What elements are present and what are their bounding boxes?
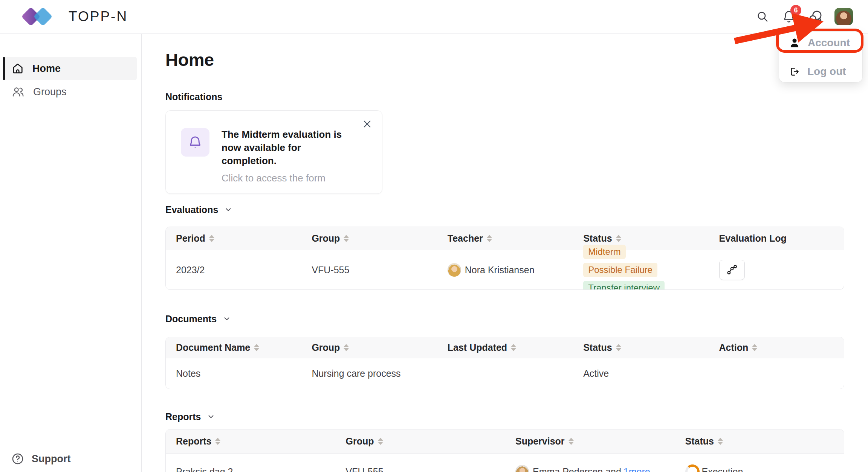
search-button[interactable] — [755, 9, 770, 24]
sort-icon — [752, 344, 757, 351]
notifications-button[interactable]: 6 — [782, 9, 796, 24]
sidebar-item-groups[interactable]: Groups — [5, 80, 137, 104]
supervisor-more-link[interactable]: 1more — [623, 466, 650, 472]
menu-item-logout[interactable]: Log out — [779, 62, 862, 81]
sort-icon — [209, 235, 214, 242]
sort-icon — [215, 438, 220, 445]
documents-heading-label: Documents — [165, 313, 217, 325]
evaluations-table: Period Group Teacher Status Evaluation L… — [165, 227, 844, 290]
notification-title: The Midterm evaluation is now available … — [222, 128, 357, 167]
group-cell: VFU-555 — [301, 265, 437, 276]
user-menu: Account Log out — [779, 32, 862, 82]
report-name-cell: Praksis dag 2 — [166, 466, 336, 472]
group-cell: Nursing care process — [301, 368, 437, 379]
period-cell: 2023/2 — [166, 265, 301, 276]
column-header-group[interactable]: Group — [336, 436, 506, 447]
support-chat-button[interactable] — [808, 9, 822, 24]
evaluations-collapse-button[interactable] — [224, 206, 232, 214]
column-header-status[interactable]: Status — [675, 436, 845, 447]
table-row: Praksis dag 2 VFU-555 Emma Pedersen and … — [166, 454, 844, 472]
notification-subtitle: Click to access the form — [222, 172, 357, 184]
topbar-actions: 6 — [755, 8, 853, 25]
menu-item-account[interactable]: Account — [779, 33, 862, 53]
groups-icon — [11, 85, 25, 98]
sort-icon — [487, 235, 492, 242]
column-header-action[interactable]: Action — [709, 342, 844, 353]
logout-icon — [789, 66, 800, 77]
teacher-name: Nora Kristiansen — [465, 265, 535, 276]
notification-icon-box — [181, 128, 209, 157]
evaluations-table-header: Period Group Teacher Status Evaluation L… — [166, 227, 844, 250]
sort-icon — [718, 438, 723, 445]
column-header-document-name[interactable]: Document Name — [166, 342, 301, 353]
sidebar-item-support[interactable]: Support — [11, 452, 70, 465]
document-name-cell: Notes — [166, 368, 301, 379]
page-title: Home — [165, 49, 868, 70]
topbar: TOPP-N 6 — [0, 0, 868, 33]
teacher-cell: Nora Kristiansen — [437, 263, 573, 277]
sort-icon — [568, 438, 574, 445]
notification-text: The Midterm evaluation is now available … — [222, 128, 357, 193]
column-header-reports[interactable]: Reports — [166, 436, 336, 447]
evaluations-heading: Evaluations — [165, 204, 868, 216]
evaluations-heading-label: Evaluations — [165, 204, 218, 216]
user-avatar[interactable] — [834, 8, 853, 25]
sort-icon — [254, 344, 259, 351]
support-label: Support — [32, 453, 70, 465]
reports-collapse-button[interactable] — [207, 413, 215, 421]
column-header-last-updated[interactable]: Last Updated — [437, 342, 573, 353]
sort-icon — [511, 344, 516, 351]
brand-name: TOPP-N — [69, 9, 128, 24]
sort-icon — [378, 438, 383, 445]
supervisor-name: Emma Pedersen and — [533, 466, 621, 472]
notifications-heading: Notifications — [165, 91, 868, 103]
status-badge: Possible Failure — [583, 263, 657, 277]
evaluation-log-button[interactable] — [719, 260, 745, 280]
menu-item-label: Account — [808, 37, 850, 49]
notification-card[interactable]: The Midterm evaluation is now available … — [165, 110, 382, 194]
column-header-group[interactable]: Group — [301, 233, 437, 244]
main-content: Home Notifications The Midterm evaluatio… — [142, 34, 868, 472]
status-cell: Midterm Possible Failure Transfer interv… — [573, 245, 709, 290]
group-cell: VFU-555 — [336, 466, 506, 472]
documents-table: Document Name Group Last Updated Status … — [165, 337, 844, 389]
sidebar-item-label: Home — [32, 63, 61, 75]
brand: TOPP-N — [21, 5, 128, 28]
teacher-avatar — [448, 263, 461, 277]
documents-table-header: Document Name Group Last Updated Status … — [166, 337, 844, 358]
sort-icon — [616, 235, 621, 242]
brand-logo-icon — [21, 5, 63, 28]
chat-icon — [808, 10, 822, 24]
column-header-status[interactable]: Status — [573, 233, 709, 244]
reports-heading: Reports — [165, 411, 868, 423]
close-icon — [362, 119, 372, 129]
column-header-supervisor[interactable]: Supervisor — [505, 436, 675, 447]
column-header-status[interactable]: Status — [573, 342, 709, 353]
help-icon — [11, 452, 24, 465]
sort-icon — [344, 235, 349, 242]
reports-table: Reports Group Supervisor Status Praksis … — [165, 429, 844, 472]
sidebar-item-label: Groups — [33, 86, 67, 98]
evaluation-log-icon — [726, 264, 738, 276]
column-header-evaluation-log: Evaluation Log — [709, 233, 844, 244]
column-header-teacher[interactable]: Teacher — [437, 233, 573, 244]
status-cell: Execution — [675, 464, 845, 472]
table-row: Notes Nursing care process Active — [166, 358, 844, 389]
column-header-group[interactable]: Group — [301, 342, 437, 353]
evaluation-log-cell — [709, 260, 844, 280]
home-icon — [11, 62, 24, 75]
status-label: Execution — [702, 466, 743, 472]
close-notification-button[interactable] — [361, 117, 374, 132]
execution-progress-icon — [685, 464, 700, 472]
documents-collapse-button[interactable] — [223, 315, 231, 323]
person-icon — [789, 37, 800, 49]
documents-heading: Documents — [165, 313, 868, 325]
supervisor-cell: Emma Pedersen and 1more — [505, 465, 675, 472]
chevron-down-icon — [224, 206, 232, 214]
status-cell: Active — [573, 368, 709, 379]
sidebar-item-home[interactable]: Home — [5, 57, 137, 80]
reports-heading-label: Reports — [165, 411, 201, 423]
sort-icon — [616, 344, 621, 351]
chevron-down-icon — [207, 413, 215, 421]
column-header-period[interactable]: Period — [166, 233, 301, 244]
